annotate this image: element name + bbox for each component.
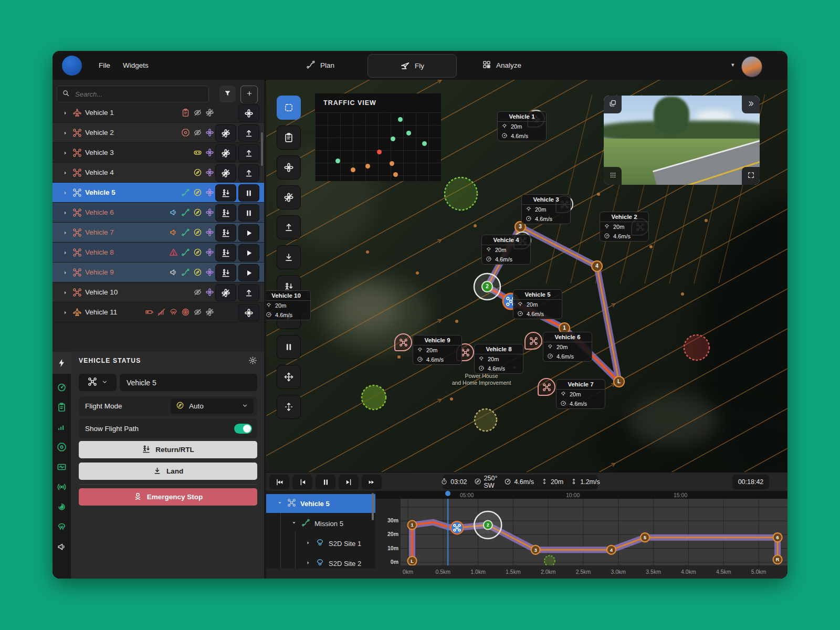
rail-octagon-button[interactable]: [57, 442, 67, 454]
caret-down-icon[interactable]: [291, 520, 297, 528]
return-rtl-button[interactable]: Return/RTL: [79, 441, 257, 458]
tool-selection-button[interactable]: [277, 96, 301, 120]
upload-button[interactable]: [238, 164, 259, 182]
playback-step-fwd-button[interactable]: [339, 475, 359, 489]
tool-rtl-button[interactable]: [277, 275, 301, 299]
caret-right-icon[interactable]: [62, 229, 69, 238]
user-menu-caret[interactable]: ▾: [731, 61, 734, 68]
vehicle-row[interactable]: Vehicle 9: [52, 262, 264, 282]
geofence-circle[interactable]: [475, 409, 497, 431]
tool-play-button[interactable]: [277, 305, 301, 329]
vehicle-row[interactable]: Vehicle 1: [52, 103, 264, 123]
caret-down-icon[interactable]: [277, 500, 283, 508]
pip-fullscreen-button[interactable]: [742, 167, 760, 185]
tool-land-button[interactable]: [277, 245, 301, 269]
tab-fly[interactable]: Fly: [368, 54, 457, 78]
search-input[interactable]: [74, 90, 204, 99]
tree-item[interactable]: S2D Site 1: [266, 534, 375, 553]
tree-item[interactable]: Vehicle 5: [266, 494, 375, 513]
menu-widgets[interactable]: Widgets: [123, 61, 149, 69]
tool-vmove-button[interactable]: [277, 395, 301, 419]
prop-slash-button[interactable]: [215, 144, 236, 162]
rail-gauge-button[interactable]: [57, 382, 67, 394]
rail-megaphone-button[interactable]: [57, 542, 67, 554]
prop-slash-button[interactable]: [215, 124, 236, 142]
prop-button[interactable]: [238, 104, 259, 122]
playback-skip-start-button[interactable]: [269, 475, 289, 489]
playhead-handle[interactable]: [445, 491, 450, 496]
vehicle-row[interactable]: Vehicle 2: [52, 123, 264, 143]
caret-right-icon[interactable]: [62, 289, 69, 298]
upload-button[interactable]: [238, 124, 259, 142]
prop-slash-button[interactable]: [215, 164, 236, 182]
upload-button[interactable]: [238, 144, 259, 162]
rtl-button[interactable]: [215, 224, 236, 242]
waypoint-marker[interactable]: L: [614, 376, 624, 387]
pause-button[interactable]: [238, 184, 259, 202]
tool-pause-button[interactable]: [277, 335, 301, 359]
video-feed[interactable]: [604, 96, 760, 185]
tree-item[interactable]: S2D Site 2: [266, 554, 375, 569]
playback-step-back-button[interactable]: [292, 475, 312, 489]
pip-layers-button[interactable]: [604, 96, 622, 113]
panel-settings-button[interactable]: [248, 356, 257, 367]
tool-upload-button[interactable]: [277, 215, 301, 239]
upload-button[interactable]: [238, 284, 259, 301]
vehicle-row[interactable]: Vehicle 6: [52, 203, 264, 223]
map-view[interactable]: 341L2 Power Houseand Home Improvement Ve…: [266, 80, 788, 472]
pause-button[interactable]: [238, 204, 259, 222]
playback-skip-end-button[interactable]: [362, 475, 382, 489]
rail-clipboard-button[interactable]: [57, 402, 67, 414]
rail-radar-button[interactable]: [57, 502, 67, 514]
geofence-circle[interactable]: [362, 385, 386, 410]
pip-grid-button[interactable]: [604, 167, 622, 185]
caret-right-icon[interactable]: [62, 129, 69, 139]
waypoint-marker[interactable]: 1: [559, 323, 570, 333]
pip-collapse-button[interactable]: [742, 96, 760, 113]
avatar[interactable]: [741, 56, 762, 77]
vehicle-row[interactable]: Vehicle 3: [52, 143, 264, 163]
tab-analyze[interactable]: Analyze: [482, 60, 521, 71]
geofence-circle[interactable]: [684, 335, 709, 360]
waypoint-marker[interactable]: 4: [592, 261, 602, 271]
play-button[interactable]: [238, 224, 259, 242]
vehicle-row[interactable]: Vehicle 8: [52, 243, 264, 262]
rtl-button[interactable]: [215, 244, 236, 261]
vehicle-row[interactable]: Vehicle 10: [52, 282, 264, 302]
playback-pause-button[interactable]: [316, 475, 335, 489]
active-drone-marker[interactable]: [503, 293, 519, 309]
rtl-button[interactable]: [215, 204, 236, 222]
caret-right-icon[interactable]: [305, 540, 311, 548]
rail-parachute-button[interactable]: [57, 522, 67, 534]
caret-right-icon[interactable]: [62, 149, 69, 159]
rtl-button[interactable]: [215, 264, 236, 281]
timeline-ruler[interactable]: 05:0010:0015:00: [375, 491, 788, 499]
waypoint-marker[interactable]: 3: [515, 222, 526, 232]
vehicle-select-field[interactable]: Vehicle 5: [120, 374, 257, 391]
filter-button[interactable]: [219, 86, 236, 102]
tab-plan[interactable]: Plan: [306, 60, 334, 71]
vehicle-row[interactable]: Vehicle 7: [52, 223, 264, 243]
caret-right-icon[interactable]: [62, 309, 69, 318]
waypoint-marker[interactable]: 2: [482, 281, 492, 292]
prop-button[interactable]: [238, 304, 259, 321]
caret-right-icon[interactable]: [62, 109, 69, 119]
caret-right-icon[interactable]: [62, 269, 69, 278]
tool-move-button[interactable]: [277, 365, 301, 389]
show-flight-path-toggle[interactable]: [234, 424, 252, 434]
tool-clipboard-button[interactable]: [277, 125, 301, 150]
play-button[interactable]: [238, 264, 259, 281]
tool-prop-slash-button[interactable]: [277, 185, 301, 209]
app-logo[interactable]: [62, 56, 82, 76]
vehicle-type-dropdown[interactable]: [79, 374, 117, 391]
emergency-stop-button[interactable]: Emergency Stop: [79, 488, 257, 506]
caret-right-icon[interactable]: [62, 209, 69, 218]
land-button[interactable]: Land: [79, 463, 257, 480]
geofence-circle[interactable]: [445, 177, 477, 210]
rail-signal-button[interactable]: [57, 422, 67, 434]
rtl-button[interactable]: [215, 184, 236, 202]
tool-prop-button[interactable]: [277, 155, 301, 180]
vehicle-row[interactable]: Vehicle 5: [52, 183, 264, 203]
add-vehicle-button[interactable]: [240, 86, 258, 103]
prop-slash-button[interactable]: [215, 284, 236, 301]
